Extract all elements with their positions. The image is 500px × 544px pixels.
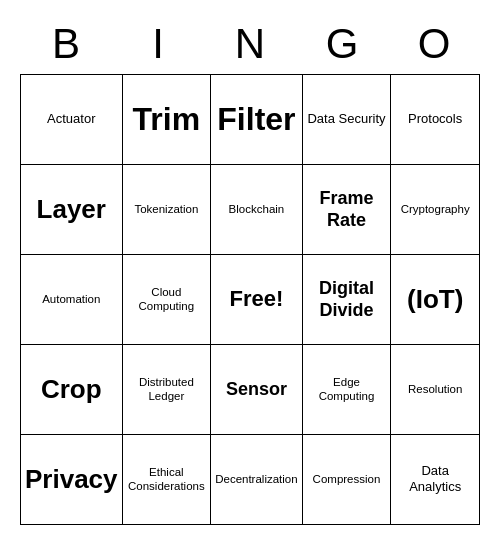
cell-r1-c0: Layer	[21, 165, 123, 255]
header-letter: B	[20, 19, 112, 69]
cell-r3-c3: Edge Computing	[303, 345, 392, 435]
cell-r4-c0: Privacy	[21, 435, 123, 525]
cell-r2-c2: Free!	[211, 255, 302, 345]
cell-r2-c3: Digital Divide	[303, 255, 392, 345]
cell-r3-c4: Resolution	[391, 345, 480, 435]
cell-r0-c3: Data Security	[303, 75, 392, 165]
cell-r4-c1: Ethical Considerations	[123, 435, 212, 525]
header-letter: I	[112, 19, 204, 69]
cell-r4-c2: Decentralization	[211, 435, 302, 525]
cell-r2-c1: Cloud Computing	[123, 255, 212, 345]
header-letter: N	[204, 19, 296, 69]
bingo-header: BINGO	[20, 19, 480, 69]
bingo-grid: ActuatorTrimFilterData SecurityProtocols…	[20, 74, 480, 525]
cell-r0-c0: Actuator	[21, 75, 123, 165]
cell-r1-c3: Frame Rate	[303, 165, 392, 255]
cell-r3-c2: Sensor	[211, 345, 302, 435]
cell-r0-c4: Protocols	[391, 75, 480, 165]
cell-r3-c0: Crop	[21, 345, 123, 435]
header-letter: G	[296, 19, 388, 69]
bingo-card: BINGO ActuatorTrimFilterData SecurityPro…	[10, 9, 490, 534]
cell-r0-c1: Trim	[123, 75, 212, 165]
cell-r0-c2: Filter	[211, 75, 302, 165]
cell-r4-c4: Data Analytics	[391, 435, 480, 525]
cell-r2-c4: (IoT)	[391, 255, 480, 345]
cell-r1-c1: Tokenization	[123, 165, 212, 255]
cell-r2-c0: Automation	[21, 255, 123, 345]
cell-r4-c3: Compression	[303, 435, 392, 525]
cell-r3-c1: Distributed Ledger	[123, 345, 212, 435]
header-letter: O	[388, 19, 480, 69]
cell-r1-c4: Cryptography	[391, 165, 480, 255]
cell-r1-c2: Blockchain	[211, 165, 302, 255]
